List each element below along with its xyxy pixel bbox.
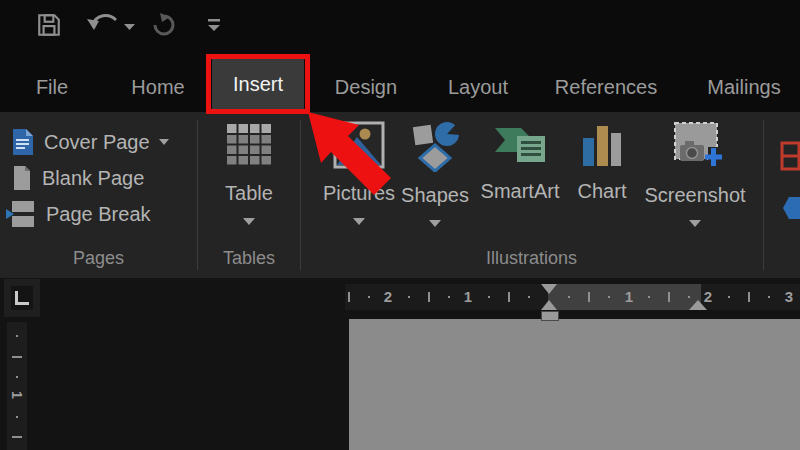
ruler-tick (16, 335, 18, 337)
save-icon (36, 12, 62, 38)
smartart-label: SmartArt (481, 180, 560, 203)
tab-stop-selector[interactable] (4, 279, 40, 317)
cover-page-button[interactable]: Cover Page (12, 126, 169, 158)
shapes-button[interactable]: Shapes (389, 120, 481, 227)
tab-home[interactable]: Home (127, 72, 189, 102)
tab-stop-selector-box (11, 286, 33, 310)
ruler-tick (12, 436, 22, 438)
group-divider (763, 120, 764, 270)
left-tab-stop-icon (15, 291, 29, 305)
ruler-tick (668, 292, 670, 302)
table-label: Table (225, 182, 273, 205)
chevron-down-icon (159, 139, 169, 145)
tab-insert[interactable]: Insert (212, 59, 304, 109)
blank-page-label: Blank Page (42, 167, 144, 190)
page-break-icon (6, 199, 36, 229)
ruler-tick (448, 296, 450, 298)
tab-mailings[interactable]: Mailings (702, 72, 786, 102)
ruler-tick (488, 296, 490, 298)
ruler-tick (588, 292, 590, 302)
page-break-label: Page Break (46, 203, 151, 226)
ruler-number: 1 (619, 284, 639, 310)
chart-button[interactable]: Chart (561, 124, 643, 203)
chevron-down-icon (689, 220, 701, 227)
right-indent-marker[interactable] (689, 300, 707, 310)
page-break-button[interactable]: Page Break (6, 198, 151, 230)
ruler-number: 2 (378, 284, 398, 310)
undo-icon (84, 12, 136, 40)
horizontal-ruler[interactable]: 2 1 1 2 3 (345, 284, 800, 310)
tab-design[interactable]: Design (332, 72, 400, 102)
document-page[interactable] (349, 319, 800, 450)
ruler-tick (408, 296, 410, 298)
chart-label: Chart (578, 180, 627, 203)
ruler-tick (508, 292, 510, 302)
word-window: File Home Insert Design Layout Reference… (0, 0, 800, 450)
tab-file[interactable]: File (28, 72, 76, 102)
hanging-indent-marker[interactable] (541, 300, 557, 310)
undo-button[interactable] (84, 12, 136, 40)
blank-page-button[interactable]: Blank Page (12, 162, 144, 194)
chevron-down-icon (429, 220, 441, 227)
add-in-hexagon-icon[interactable] (781, 196, 800, 220)
ruler-tick (12, 356, 22, 358)
left-indent-marker[interactable] (541, 311, 559, 321)
ruler-tick (608, 296, 610, 298)
chevron-down-icon (243, 218, 255, 225)
screenshot-button[interactable]: Screenshot (638, 120, 752, 227)
ruler-tick (16, 376, 18, 378)
ruler-tick (568, 296, 570, 298)
smartart-icon (493, 122, 547, 168)
customize-quick-access-icon (205, 16, 223, 36)
tab-references[interactable]: References (554, 72, 658, 102)
save-button[interactable] (34, 10, 64, 40)
pictures-label: Pictures (323, 182, 395, 205)
table-icon (225, 120, 273, 170)
shapes-label: Shapes (401, 184, 469, 207)
pictures-icon (332, 120, 386, 170)
add-in-grid-icon[interactable] (779, 140, 800, 172)
tab-layout[interactable]: Layout (443, 72, 513, 102)
ruler-tick (648, 296, 650, 298)
ruler-tick (428, 292, 430, 302)
ruler-tick (768, 296, 770, 298)
cover-page-icon (12, 128, 34, 156)
first-line-indent-marker[interactable] (541, 284, 557, 294)
chevron-down-icon (353, 218, 365, 225)
ruler-tick (368, 296, 370, 298)
redo-icon (151, 12, 177, 38)
ruler-tick (728, 296, 730, 298)
cover-page-label: Cover Page (44, 131, 150, 154)
chart-icon (578, 124, 626, 168)
redo-button[interactable] (150, 11, 178, 39)
table-button[interactable]: Table (203, 120, 295, 225)
vertical-ruler[interactable]: 1 (7, 322, 27, 450)
ruler-number: 1 (458, 284, 478, 310)
blank-page-icon (12, 165, 32, 191)
ribbon: Cover Page Blank Page Page Break Pages (0, 112, 800, 278)
group-label-illustrations: Illustrations (300, 248, 763, 269)
ruler-tick (688, 296, 690, 298)
customize-quick-access-button[interactable] (204, 15, 224, 37)
ruler-tick (528, 296, 530, 298)
shapes-icon (409, 120, 461, 172)
screenshot-label: Screenshot (644, 184, 745, 207)
ruler-tick (348, 292, 350, 302)
screenshot-icon (668, 120, 722, 172)
group-label-tables: Tables (197, 248, 301, 269)
ruler-tick (748, 292, 750, 302)
ruler-number: 3 (779, 284, 799, 310)
smartart-button[interactable]: SmartArt (469, 122, 571, 203)
ruler-tick (16, 416, 18, 418)
group-label-pages: Pages (0, 248, 197, 269)
ruler-number: 1 (9, 385, 25, 405)
